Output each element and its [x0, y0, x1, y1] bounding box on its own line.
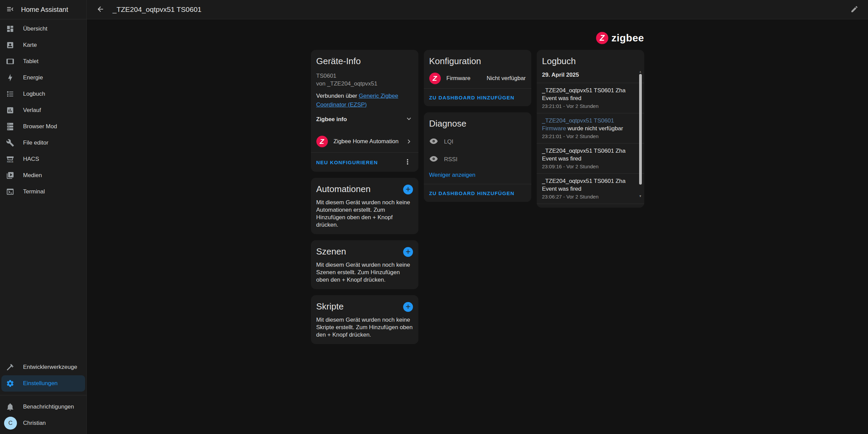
integration-row[interactable]: Z Zigbee Home Automation [316, 136, 413, 147]
sidebar-item-einstellungen[interactable]: Einstellungen [1, 375, 85, 392]
logbook-entry-time: 23:21:01 - Vor 2 Stunden [542, 133, 634, 139]
zha-integration-icon: Z [316, 136, 328, 147]
sidebar-item-hacs[interactable]: HACS HACS [0, 151, 86, 167]
card-title: Logbuch [542, 56, 639, 67]
connected-prefix: Verbunden über [316, 93, 359, 99]
plus-icon [405, 248, 412, 256]
add-to-dashboard-button[interactable]: ZU DASHBOARD HINZUFÜGEN [429, 190, 515, 196]
diagnostics-card-footer: ZU DASHBOARD HINZUFÜGEN [424, 184, 531, 202]
sidebar-divider [0, 395, 86, 395]
sidebar-item-verlauf[interactable]: Verlauf [0, 102, 86, 118]
scrollbar-up-arrow[interactable]: ▲ [638, 70, 643, 74]
card-title: Skripte [316, 301, 344, 312]
integration-name: Zigbee Home Automation [334, 138, 399, 145]
device-manufacturer: von _TZE204_oqtpvx51 [316, 80, 413, 88]
app-header: _TZE204_oqtpvx51 TS0601 [87, 0, 868, 19]
plus-icon [405, 303, 412, 311]
logbook-entry[interactable]: _TZE204_oqtpvx51 TS0601 Firmware wurde n… [537, 113, 644, 144]
scrollbar-thumb[interactable] [639, 74, 642, 185]
scenes-empty-text: Mit diesem Gerät wurden noch keine Szene… [316, 261, 413, 284]
sidebar-item-label: Einstellungen [23, 380, 58, 387]
device-info-card: Geräte-Info TS0601 von _TZE204_oqtpvx51 … [311, 50, 418, 172]
hammer-icon [6, 363, 14, 371]
sidebar-bottom: Entwicklerwerkzeuge Einstellungen Benach… [0, 359, 86, 434]
logbook-entry[interactable]: _TZE204_oqtpvx51 TS0601 Zha Event was fi… [537, 204, 644, 208]
logbook-list: _TZE204_oqtpvx51 TS0601 Zha Event was fi… [537, 83, 644, 208]
sidebar-item-tablet[interactable]: Tablet [0, 53, 86, 70]
logbook-entry[interactable]: _TZE204_oqtpvx51 TS0601 Zha Event was fi… [537, 144, 644, 174]
rssi-entity-row[interactable]: RSSI [429, 151, 526, 168]
sidebar-item-profile[interactable]: C Christian [0, 415, 86, 431]
chevron-right-icon [405, 137, 413, 146]
sidebar-item-benachrichtigungen[interactable]: Benachrichtigungen [0, 399, 86, 415]
sidebar-item-label: Benachrichtigungen [23, 403, 74, 410]
sidebar-nav: Übersicht Karte Tablet Energie Logbuch V… [0, 19, 86, 200]
eye-icon [429, 154, 438, 165]
sidebar-item-browser-mod[interactable]: Browser Mod [0, 118, 86, 135]
lqi-entity-row[interactable]: LQI [429, 134, 526, 150]
server-icon [6, 122, 14, 131]
sidebar-item-file-editor[interactable]: File editor [0, 135, 86, 151]
logbook-entry-time: 23:06:27 - Vor 2 Stunden [542, 194, 634, 200]
sidebar-item-label: HACS [23, 156, 39, 163]
device-page: Z zigbee Geräte-Info TS0601 von _TZE204_… [87, 19, 868, 434]
diagnostics-card: Diagnose LQI RSSI Weniger anzeigen [424, 112, 531, 202]
main-area: _TZE204_oqtpvx51 TS0601 Z zigbee [87, 0, 868, 434]
menu-open-icon [6, 5, 14, 14]
device-card-actions: NEU KONFIGURIEREN [311, 153, 418, 172]
scripts-empty-text: Mit diesem Gerät wurden noch keine Skrip… [316, 316, 413, 339]
reconfigure-button[interactable]: NEU KONFIGURIEREN [316, 159, 378, 165]
zigbee-brand-text: zigbee [611, 32, 644, 44]
list-icon [6, 90, 14, 98]
scripts-card: Skripte Mit diesem Gerät wurden noch kei… [311, 295, 418, 344]
media-icon [6, 171, 14, 180]
logbook-entry-title: _TZE204_oqtpvx51 TS0601 Zha Event was fi… [542, 148, 626, 162]
sidebar-item-energie[interactable]: Energie [0, 70, 86, 86]
sidebar-item-uebersicht[interactable]: Übersicht [0, 21, 86, 37]
entity-state: Nicht verfügbar [487, 75, 526, 82]
show-less-link[interactable]: Weniger anzeigen [429, 172, 526, 178]
zigbee-info-label: Zigbee info [316, 116, 347, 123]
chart-icon [6, 106, 14, 114]
avatar: C [4, 417, 17, 430]
add-scene-button[interactable] [403, 247, 413, 257]
more-options-button[interactable] [399, 154, 416, 170]
add-automation-button[interactable] [403, 185, 413, 194]
scrollbar-down-arrow[interactable]: ▼ [638, 194, 643, 198]
wrench-icon [6, 139, 14, 147]
sidebar-item-label: File editor [23, 139, 48, 146]
sidebar-item-label: Browser Mod [23, 123, 57, 130]
sidebar-item-terminal[interactable]: Terminal [0, 184, 86, 200]
zigbee-info-expander[interactable]: Zigbee info [316, 115, 413, 124]
entity-name: LQI [444, 138, 453, 145]
svg-text:HACS: HACS [7, 161, 14, 163]
logbook-date-header: 29. April 2025 [542, 67, 639, 83]
sidebar-item-logbuch[interactable]: Logbuch [0, 86, 86, 102]
back-button[interactable] [92, 1, 108, 18]
sidebar-item-karte[interactable]: Karte [0, 37, 86, 53]
sidebar-item-label: Terminal [23, 188, 45, 195]
logbook-entry-time: 23:21:01 - Vor 2 Stunden [542, 103, 634, 109]
configuration-card: Konfiguration Z Firmware Nicht verfügbar… [424, 50, 531, 106]
sidebar-item-medien[interactable]: Medien [0, 167, 86, 184]
chevron-down-icon [405, 115, 413, 125]
column-2: Konfiguration Z Firmware Nicht verfügbar… [424, 50, 531, 344]
sidebar-item-label: Karte [23, 42, 37, 49]
sidebar-item-entwicklerwerkzeuge[interactable]: Entwicklerwerkzeuge [0, 359, 86, 375]
connected-via: Verbunden über Generic Zigbee Coordinato… [316, 92, 413, 109]
sidebar-toggle-button[interactable] [2, 1, 18, 18]
add-to-dashboard-button[interactable]: ZU DASHBOARD HINZUFÜGEN [429, 95, 515, 100]
pencil-icon [850, 5, 859, 14]
edit-device-button[interactable] [846, 1, 863, 18]
logbook-scrollbar[interactable]: ▲ ▼ [638, 70, 643, 198]
logbook-card: Logbuch 29. April 2025 _TZE204_oqtpvx51 … [537, 50, 644, 208]
zigbee-logo: Z zigbee [596, 32, 644, 44]
zigbee-icon: Z [596, 32, 608, 44]
logbook-entry[interactable]: _TZE204_oqtpvx51 TS0601 Zha Event was fi… [537, 83, 644, 113]
firmware-entity-row[interactable]: Z Firmware Nicht verfügbar [429, 69, 526, 88]
column-1: Geräte-Info TS0601 von _TZE204_oqtpvx51 … [311, 50, 418, 344]
add-script-button[interactable] [403, 302, 413, 312]
sidebar-header: Home Assistant [0, 0, 86, 19]
logbook-entry[interactable]: _TZE204_oqtpvx51 TS0601 Zha Event was fi… [537, 174, 644, 204]
sidebar-item-label: Verlauf [23, 107, 41, 114]
